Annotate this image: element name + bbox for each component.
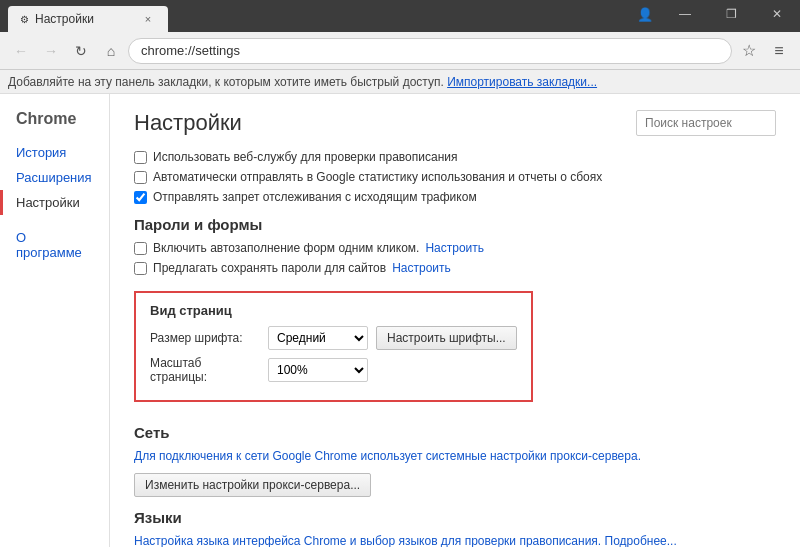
passwords-configure-link[interactable]: Настроить — [392, 261, 451, 275]
autofill-configure-link[interactable]: Настроить — [425, 241, 484, 255]
reload-button[interactable]: ↻ — [68, 38, 94, 64]
font-size-select[interactable]: Средний — [268, 326, 368, 350]
zoom-select[interactable]: 100% — [268, 358, 368, 382]
font-size-row: Размер шрифта: Средний Настроить шрифты.… — [150, 326, 517, 350]
zoom-row: Масштаб страницы: 100% — [150, 356, 517, 384]
settings-search-input[interactable] — [636, 110, 776, 136]
bookmark-star-button[interactable]: ☆ — [736, 38, 762, 64]
network-section-heading: Сеть — [134, 424, 776, 441]
checkbox-dnt-label: Отправлять запрет отслеживания с исходящ… — [153, 190, 477, 204]
tab-close-button[interactable]: × — [140, 11, 156, 27]
window-controls: — ❒ ✕ — [662, 0, 800, 28]
menu-button[interactable]: ≡ — [766, 38, 792, 64]
restore-button[interactable]: ❒ — [708, 0, 754, 28]
tab-title: Настройки — [35, 12, 94, 26]
languages-description: Настройка языка интерфейса Chrome и выбо… — [134, 534, 776, 547]
checkbox-passwords-input[interactable] — [134, 262, 147, 275]
checkbox-stats: Автоматически отправлять в Google статис… — [134, 170, 776, 184]
checkbox-spelling: Использовать веб-службу для проверки пра… — [134, 150, 776, 164]
bookmarks-bar: Добавляйте на эту панель закладки, к кот… — [0, 70, 800, 94]
checkbox-stats-label: Автоматически отправлять в Google статис… — [153, 170, 602, 184]
address-bar: ← → ↻ ⌂ ☆ ≡ — [0, 32, 800, 70]
languages-section-heading: Языки — [134, 509, 776, 526]
page-view-heading: Вид страниц — [150, 303, 517, 318]
address-input[interactable] — [128, 38, 732, 64]
title-bar: ⚙ Настройки × 👤 — ❒ ✕ — [0, 0, 800, 32]
user-icon: 👤 — [630, 0, 660, 28]
minimize-button[interactable]: — — [662, 0, 708, 28]
checkbox-stats-input[interactable] — [134, 171, 147, 184]
sidebar-item-extensions[interactable]: Расширения — [0, 165, 109, 190]
passwords-section-heading: Пароли и формы — [134, 216, 776, 233]
tab-favicon: ⚙ — [20, 14, 29, 25]
sidebar-item-history[interactable]: История — [0, 140, 109, 165]
sidebar-item-about[interactable]: О программе — [0, 225, 109, 265]
page-view-section: Вид страниц Размер шрифта: Средний Настр… — [134, 291, 533, 402]
languages-more-link[interactable]: Подробнее... — [605, 534, 677, 547]
font-size-label: Размер шрифта: — [150, 331, 260, 345]
import-bookmarks-link[interactable]: Импортировать закладки... — [447, 75, 597, 89]
settings-header: Настройки — [134, 110, 776, 136]
main-content: Chrome История Расширения Настройки О пр… — [0, 94, 800, 547]
bookmarks-bar-text: Добавляйте на эту панель закладки, к кот… — [8, 75, 444, 89]
checkbox-passwords: Предлагать сохранять пароли для сайтов Н… — [134, 261, 776, 275]
forward-button[interactable]: → — [38, 38, 64, 64]
checkbox-passwords-label: Предлагать сохранять пароли для сайтов — [153, 261, 386, 275]
sidebar-brand: Chrome — [0, 110, 109, 140]
sidebar: Chrome История Расширения Настройки О пр… — [0, 94, 110, 547]
home-button[interactable]: ⌂ — [98, 38, 124, 64]
back-button[interactable]: ← — [8, 38, 34, 64]
checkbox-autofill: Включить автозаполнение форм одним клико… — [134, 241, 776, 255]
proxy-settings-button[interactable]: Изменить настройки прокси-сервера... — [134, 473, 371, 497]
checkbox-autofill-input[interactable] — [134, 242, 147, 255]
zoom-label: Масштаб страницы: — [150, 356, 260, 384]
languages-description-text: Настройка языка интерфейса Chrome и выбо… — [134, 534, 601, 547]
close-button[interactable]: ✕ — [754, 0, 800, 28]
configure-fonts-button[interactable]: Настроить шрифты... — [376, 326, 517, 350]
checkbox-spelling-input[interactable] — [134, 151, 147, 164]
checkbox-dnt: Отправлять запрет отслеживания с исходящ… — [134, 190, 776, 204]
settings-content: Настройки Использовать веб-службу для пр… — [110, 94, 800, 547]
browser-tab[interactable]: ⚙ Настройки × — [8, 6, 168, 32]
checkbox-dnt-input[interactable] — [134, 191, 147, 204]
checkbox-spelling-label: Использовать веб-службу для проверки пра… — [153, 150, 457, 164]
settings-title: Настройки — [134, 110, 242, 136]
sidebar-item-settings[interactable]: Настройки — [0, 190, 109, 215]
network-description: Для подключения к сети Google Chrome исп… — [134, 449, 776, 463]
checkbox-autofill-label: Включить автозаполнение форм одним клико… — [153, 241, 419, 255]
